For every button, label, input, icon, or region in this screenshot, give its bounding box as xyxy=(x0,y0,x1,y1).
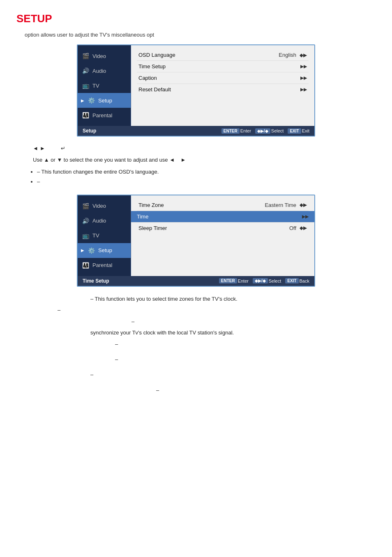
value-timezone: Eastern Time xyxy=(259,202,296,208)
note-dash-3: – xyxy=(115,339,367,349)
sidebar-label-video-2: Video xyxy=(92,203,106,209)
note-dash-4: – xyxy=(115,355,367,364)
arrow-sleep: ◆▶ xyxy=(300,225,307,231)
label-time: Time xyxy=(137,214,262,220)
menu-row-caption[interactable]: Caption ▶▶ xyxy=(137,72,309,84)
desc-section-1: ◄ ► ↵ Use ▲ or ▼ to select the one you w… xyxy=(25,144,367,186)
desc-section-2: – This function lets you to select time … xyxy=(25,294,367,395)
sidebar-item-setup-1[interactable]: ▶ ⚙️ Setup xyxy=(78,93,131,108)
footer-title-1: Setup xyxy=(83,128,96,134)
label-timezone: Time Zone xyxy=(138,202,259,208)
nav-hint-text: Use ▲ or ▼ to select the one you want to… xyxy=(33,155,367,165)
page-title: SETUP xyxy=(16,12,376,25)
parental-icon-1: 👨‍👩‍👧 xyxy=(81,111,90,120)
note-dash-6: – xyxy=(156,385,367,395)
content-2: Time Zone Eastern Time ◆▶ Time ▶▶ Sleep … xyxy=(131,195,314,276)
content-1: OSD Language English ◆▶ Time Setup ▶▶ Ca… xyxy=(131,45,314,126)
footer-select-2: ◆▶/◆ Select xyxy=(253,278,281,283)
enter-symbol: ↵ xyxy=(61,144,65,153)
note-timezone-fn: – This function lets you to select time … xyxy=(90,294,367,304)
parental-icon-2: 👨‍👩‍👧 xyxy=(81,261,90,270)
setup-icon-2: ⚙️ xyxy=(87,246,96,255)
note-sync: synchronize your Tv's clock with the loc… xyxy=(90,328,367,337)
note-spacer-1 xyxy=(25,350,367,355)
arrow-indicator-1: ▶ xyxy=(81,98,84,103)
audio-icon-1: 🔊 xyxy=(81,66,90,75)
arrow-time: ▶▶ xyxy=(302,214,309,219)
menu-box-1: 🎬 Video 🔊 Audio 📺 TV ▶ ⚙️ Setup 👨‍👩‍👧 Pa… xyxy=(77,44,315,137)
label-caption: Caption xyxy=(138,75,260,81)
setup-icon-1: ⚙️ xyxy=(87,96,96,105)
desc-bullet-2: – xyxy=(37,177,367,186)
menu-row-time-setup[interactable]: Time Setup ▶▶ xyxy=(137,61,309,72)
desc-list-1: – This function changes the entire OSD's… xyxy=(37,167,367,186)
sidebar-item-audio-1[interactable]: 🔊 Audio xyxy=(78,63,131,78)
arrow-time-setup: ▶▶ xyxy=(300,64,307,69)
sidebar-item-tv-1[interactable]: 📺 TV xyxy=(78,78,131,93)
sidebar-label-audio-1: Audio xyxy=(92,68,106,74)
footer-2: Time Setup ENTER Enter ◆▶/◆ Select EXIT … xyxy=(78,276,314,286)
note-dash-5: – xyxy=(90,370,367,379)
arrow-timezone: ◆▶ xyxy=(300,202,307,208)
footer-controls-2: ENTER Enter ◆▶/◆ Select EXIT Back xyxy=(219,278,309,283)
sidebar-label-tv-2: TV xyxy=(92,232,99,239)
arrow-caption: ▶▶ xyxy=(300,75,307,81)
menu-row-reset[interactable]: Reset Default ▶▶ xyxy=(137,84,309,95)
footer-title-2: Time Setup xyxy=(83,278,109,284)
tv-icon-1: 📺 xyxy=(81,81,90,90)
sidebar-label-setup-1: Setup xyxy=(98,97,112,104)
menu-row-time[interactable]: Time ▶▶ xyxy=(131,211,314,223)
nav-hint-row: ◄ ► ↵ xyxy=(33,144,367,153)
video-icon-2: 🎬 xyxy=(81,202,90,211)
note-spacer-2 xyxy=(25,366,367,370)
footer-enter-1: ENTER Enter xyxy=(221,128,251,134)
video-icon-1: 🎬 xyxy=(81,51,90,60)
left-arrow-nav: ◄ xyxy=(33,144,38,153)
sidebar-1: 🎬 Video 🔊 Audio 📺 TV ▶ ⚙️ Setup 👨‍👩‍👧 Pa… xyxy=(78,45,131,126)
note-dash-2: – xyxy=(131,317,367,326)
tv-icon-2: 📺 xyxy=(81,231,90,240)
intro-text: option allows user to adjust the TV's mi… xyxy=(25,32,376,38)
menu-box-2: 🎬 Video 🔊 Audio 📺 TV ▶ ⚙️ Setup 👨‍👩‍👧 Pa… xyxy=(77,195,315,287)
sidebar-item-parental-1[interactable]: 👨‍👩‍👧 Parental xyxy=(78,108,131,123)
footer-1: Setup ENTER Enter ◆▶/◆ Select EXIT Exit xyxy=(78,126,314,136)
sidebar-item-tv-2[interactable]: 📺 TV xyxy=(78,228,131,243)
sidebar-label-setup-2: Setup xyxy=(98,247,112,253)
arrow-indicator-2: ▶ xyxy=(81,248,84,253)
footer-controls-1: ENTER Enter ◆▶/◆ Select EXIT Exit xyxy=(221,128,309,134)
sidebar-item-video-2[interactable]: 🎬 Video xyxy=(78,199,131,214)
footer-select-1: ◆▶/◆ Select xyxy=(255,128,284,134)
value-osd: English xyxy=(259,52,296,58)
desc-bullet-1: – This function changes the entire OSD's… xyxy=(37,167,367,176)
sidebar-2: 🎬 Video 🔊 Audio 📺 TV ▶ ⚙️ Setup 👨‍👩‍👧 Pa… xyxy=(78,195,131,276)
note-dash-1: – xyxy=(58,305,367,315)
value-sleep: Off xyxy=(259,225,296,231)
arrow-reset: ▶▶ xyxy=(300,87,307,92)
sidebar-label-parental-2: Parental xyxy=(92,262,112,268)
sidebar-label-video-1: Video xyxy=(92,53,106,59)
sidebar-item-audio-2[interactable]: 🔊 Audio xyxy=(78,214,131,228)
label-osd: OSD Language xyxy=(138,52,259,58)
label-time-setup: Time Setup xyxy=(138,63,260,70)
sidebar-item-parental-2[interactable]: 👨‍👩‍👧 Parental xyxy=(78,258,131,273)
sidebar-item-setup-2[interactable]: ▶ ⚙️ Setup xyxy=(78,243,131,258)
footer-exit-2: EXIT Back xyxy=(285,278,309,283)
arrow-osd: ◆▶ xyxy=(300,52,307,58)
menu-row-sleep[interactable]: Sleep Timer Off ◆▶ xyxy=(137,223,309,234)
right-arrow-nav: ► xyxy=(40,144,45,153)
sidebar-label-parental-1: Parental xyxy=(92,112,112,118)
sidebar-label-audio-2: Audio xyxy=(92,218,106,224)
sidebar-item-video-1[interactable]: 🎬 Video xyxy=(78,49,131,63)
sidebar-label-tv-1: TV xyxy=(92,83,99,89)
footer-exit-1: EXIT Exit xyxy=(288,128,309,134)
menu-row-timezone[interactable]: Time Zone Eastern Time ◆▶ xyxy=(137,200,309,211)
menu-row-osd[interactable]: OSD Language English ◆▶ xyxy=(137,49,309,61)
note-spacer-3 xyxy=(25,381,367,385)
audio-icon-2: 🔊 xyxy=(81,216,90,225)
footer-enter-2: ENTER Enter xyxy=(219,278,249,283)
label-sleep: Sleep Timer xyxy=(138,225,259,231)
label-reset: Reset Default xyxy=(138,86,260,93)
